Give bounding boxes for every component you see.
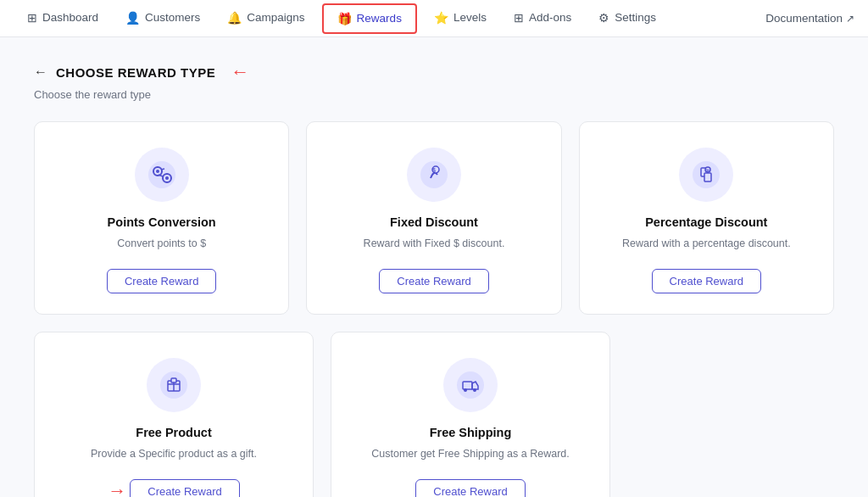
- doc-label: Documentation: [765, 12, 843, 25]
- nav-label-campaigns: Campaigns: [247, 11, 304, 24]
- dashboard-icon: ⊞: [27, 11, 37, 25]
- documentation-link[interactable]: Documentation ↗: [765, 12, 854, 25]
- reward-card-points-conversion: Points Conversion Convert points to $ Cr…: [34, 121, 289, 315]
- nav-item-customers[interactable]: 👤 Customers: [112, 0, 214, 37]
- points-conversion-title: Points Conversion: [108, 215, 216, 229]
- svg-point-20: [457, 371, 484, 399]
- fixed-discount-desc: Reward with Fixed $ discount.: [364, 236, 505, 252]
- fixed-discount-icon-wrap: $: [407, 148, 461, 202]
- svg-point-0: [148, 161, 175, 188]
- reward-card-percentage-discount: % Percentage Discount Reward with a perc…: [579, 121, 834, 315]
- free-product-icon: [159, 370, 189, 400]
- reward-cards-row-2: Free Product Provide a Specific product …: [34, 332, 610, 497]
- nav-label-rewards: Rewards: [357, 12, 402, 25]
- external-link-icon: ↗: [846, 13, 854, 25]
- customers-icon: 👤: [125, 11, 140, 25]
- free-shipping-title: Free Shipping: [430, 426, 512, 439]
- svg-point-2: [156, 170, 159, 173]
- nav-label-dashboard: Dashboard: [42, 11, 98, 24]
- points-conversion-icon-wrap: [135, 148, 189, 202]
- free-product-desc: Provide a Specific product as a gift.: [91, 446, 257, 462]
- svg-text:%: %: [706, 168, 710, 173]
- free-shipping-icon-wrap: [443, 358, 498, 412]
- page-subtitle: Choose the reward type: [34, 88, 834, 101]
- free-product-create-button[interactable]: Create Reward: [130, 479, 239, 498]
- percentage-discount-title: Percentage Discount: [645, 215, 767, 229]
- nav-item-levels[interactable]: ⭐ Levels: [420, 0, 500, 37]
- campaigns-icon: 🔔: [227, 11, 242, 25]
- free-product-icon-wrap: [147, 358, 201, 412]
- percentage-discount-create-button[interactable]: Create Reward: [652, 269, 761, 293]
- percentage-discount-icon: %: [691, 159, 721, 190]
- reward-card-fixed-discount: $ Fixed Discount Reward with Fixed $ dis…: [306, 121, 561, 315]
- nav-label-customers: Customers: [145, 11, 200, 24]
- fixed-discount-icon: $: [419, 159, 449, 190]
- free-shipping-icon: [455, 370, 486, 400]
- points-conversion-create-button[interactable]: Create Reward: [107, 269, 216, 293]
- red-arrow-free-product: →: [108, 480, 126, 497]
- svg-text:$: $: [432, 167, 436, 174]
- addons-icon: ⊞: [514, 11, 524, 25]
- nav-item-settings[interactable]: ⚙ Settings: [585, 0, 670, 37]
- red-arrow-title: ←: [231, 61, 249, 83]
- main-content: ← CHOOSE REWARD TYPE ← Choose the reward…: [0, 37, 868, 497]
- reward-card-free-shipping: Free Shipping Customer get Free Shipping…: [331, 332, 610, 497]
- reward-cards-row-1: Points Conversion Convert points to $ Cr…: [34, 121, 834, 315]
- nav-item-dashboard[interactable]: ⊞ Dashboard: [14, 0, 112, 37]
- nav-label-levels: Levels: [453, 11, 487, 24]
- free-product-arrow-row: → Create Reward: [108, 479, 239, 498]
- free-shipping-create-button[interactable]: Create Reward: [415, 479, 525, 498]
- nav-items: ⊞ Dashboard 👤 Customers 🔔 Campaigns 🎁 Re…: [14, 0, 765, 37]
- page-header: ← CHOOSE REWARD TYPE ←: [34, 61, 834, 83]
- percentage-discount-icon-wrap: %: [679, 148, 733, 202]
- fixed-discount-title: Fixed Discount: [390, 215, 478, 229]
- nav-item-addons[interactable]: ⊞ Add-ons: [500, 0, 585, 37]
- percentage-discount-desc: Reward with a percentage discount.: [622, 236, 791, 252]
- svg-point-22: [464, 388, 467, 392]
- nav-label-settings: Settings: [615, 11, 656, 24]
- settings-icon: ⚙: [598, 11, 609, 25]
- free-product-title: Free Product: [136, 426, 211, 439]
- back-button[interactable]: ←: [34, 64, 47, 80]
- nav-item-rewards[interactable]: 🎁 Rewards: [322, 3, 417, 34]
- fixed-discount-create-button[interactable]: Create Reward: [379, 269, 488, 293]
- nav-item-campaigns[interactable]: 🔔 Campaigns: [214, 0, 318, 37]
- svg-rect-12: [704, 173, 711, 181]
- rewards-icon: 🎁: [337, 12, 352, 25]
- points-conversion-desc: Convert points to $: [117, 236, 206, 252]
- free-shipping-desc: Customer get Free Shipping as a Reward.: [371, 446, 569, 462]
- svg-point-23: [473, 388, 476, 392]
- page-title: CHOOSE REWARD TYPE: [56, 65, 215, 80]
- svg-rect-19: [171, 378, 176, 383]
- svg-point-4: [165, 176, 169, 180]
- points-conversion-icon: [147, 159, 177, 190]
- main-nav: ⊞ Dashboard 👤 Customers 🔔 Campaigns 🎁 Re…: [0, 0, 868, 37]
- reward-card-free-product: Free Product Provide a Specific product …: [34, 332, 314, 497]
- svg-point-7: [420, 161, 448, 188]
- levels-icon: ⭐: [434, 11, 448, 25]
- svg-line-5: [161, 169, 164, 170]
- nav-label-addons: Add-ons: [529, 11, 571, 24]
